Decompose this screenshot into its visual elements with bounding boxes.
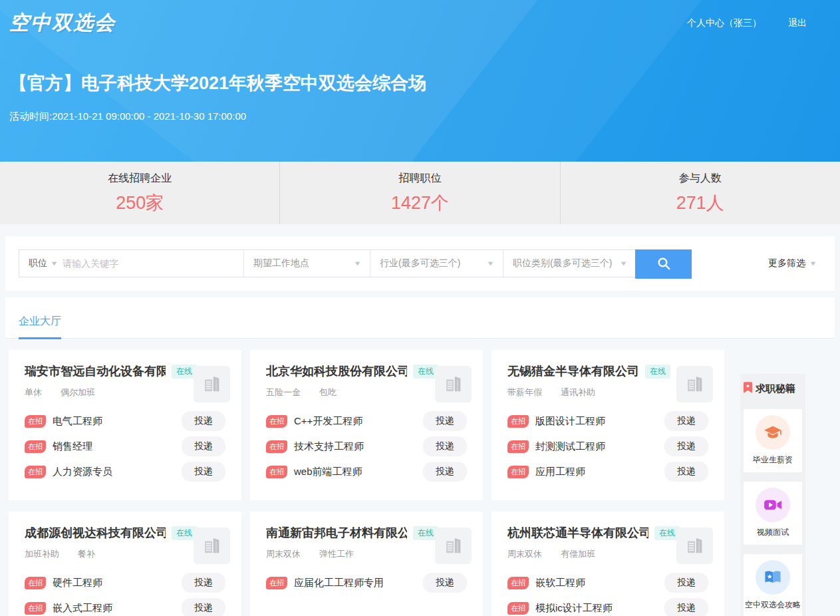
job-type-dropdown[interactable]: 职位类别(最多可选三个) ▼ bbox=[503, 250, 636, 277]
apply-button[interactable]: 投递 bbox=[423, 573, 467, 593]
job-title[interactable]: 版图设计工程师 bbox=[535, 415, 605, 428]
job-title[interactable]: 人力资源专员 bbox=[53, 466, 112, 478]
sidebar-item[interactable]: 毕业生薪资 bbox=[744, 409, 802, 472]
sidebar-item[interactable]: 视频面试 bbox=[744, 482, 802, 545]
apply-button[interactable]: 投递 bbox=[423, 436, 467, 456]
job-list: 在招硬件工程师投递在招嵌入式工程师投递 bbox=[25, 570, 225, 616]
job-row: 在招应用工程师投递 bbox=[507, 459, 708, 484]
event-time: 活动时间:2021-10-21 09:00:00 - 2021-10-30 17… bbox=[9, 110, 840, 123]
job-title[interactable]: 应届化工工程师专用 bbox=[294, 577, 384, 589]
chevron-down-icon: ▼ bbox=[619, 260, 627, 267]
main-content: 瑞安市智远自动化设备有限...在线单休偶尔加班在招电气工程师投递在招销售经理投递… bbox=[9, 350, 835, 616]
apply-button[interactable]: 投递 bbox=[664, 598, 708, 616]
hiring-badge: 在招 bbox=[25, 415, 46, 428]
hiring-badge: 在招 bbox=[25, 602, 46, 615]
apply-button[interactable]: 投递 bbox=[664, 573, 708, 593]
job-title[interactable]: 嵌入式工程师 bbox=[53, 602, 112, 615]
company-tag: 单休 bbox=[25, 386, 42, 398]
job-title[interactable]: 技术支持工程师 bbox=[294, 440, 364, 453]
apply-button[interactable]: 投递 bbox=[423, 462, 467, 482]
apply-button[interactable]: 投递 bbox=[182, 436, 225, 456]
company-logo bbox=[435, 366, 472, 402]
job-row: 在招电气工程师投递 bbox=[25, 408, 225, 434]
company-name[interactable]: 无锡猎金半导体有限公司 bbox=[507, 363, 639, 379]
job-title[interactable]: 封测测试工程师 bbox=[535, 440, 605, 453]
company-name[interactable]: 成都源创视达科技有限公司 bbox=[25, 525, 166, 541]
job-title[interactable]: web前端工程师 bbox=[294, 466, 362, 478]
keyword-input[interactable] bbox=[63, 258, 234, 269]
apply-button[interactable]: 投递 bbox=[423, 411, 467, 431]
job-title[interactable]: 电气工程师 bbox=[53, 415, 102, 428]
job-list: 在招嵌软工程师投递在招模拟ic设计工程师投递 bbox=[507, 570, 708, 616]
hiring-badge: 在招 bbox=[25, 440, 46, 453]
apply-button[interactable]: 投递 bbox=[182, 598, 225, 616]
sidebar-item-label: 视频面试 bbox=[744, 527, 802, 538]
job-title[interactable]: 嵌软工程师 bbox=[535, 577, 585, 589]
company-name[interactable]: 瑞安市智远自动化设备有限... bbox=[25, 363, 166, 379]
more-filters-button[interactable]: 更多筛选 ▼ bbox=[768, 257, 816, 269]
company-tag: 通讯补助 bbox=[561, 386, 595, 398]
stats-bar: 在线招聘企业 250家 招聘职位 1427个 参与人数 271人 bbox=[0, 162, 840, 224]
search-button[interactable] bbox=[635, 249, 692, 279]
job-title[interactable]: 销售经理 bbox=[53, 440, 92, 453]
company-tag: 有偿加班 bbox=[561, 548, 595, 560]
job-row: 在招应届化工工程师专用投递 bbox=[266, 570, 467, 595]
sidebar-item-label: 空中双选会攻略 bbox=[744, 599, 802, 611]
open-book-icon bbox=[756, 560, 790, 595]
more-filters-label: 更多筛选 bbox=[768, 257, 805, 269]
stat-value: 250家 bbox=[116, 191, 164, 215]
search-category-dropdown[interactable]: 职位 ▼ bbox=[29, 257, 57, 269]
job-title[interactable]: C++开发工程师 bbox=[294, 415, 362, 428]
top-nav: 个人中心（张三） 退出 bbox=[687, 17, 807, 29]
company-logo bbox=[435, 528, 472, 564]
company-card: 成都源创视达科技有限公司在线加班补助餐补在招硬件工程师投递在招嵌入式工程师投递 bbox=[9, 512, 241, 616]
site-logo[interactable]: 空中双选会 bbox=[9, 9, 116, 37]
search-category-label: 职位 bbox=[29, 257, 47, 269]
company-card: 南通新宙邦电子材料有限公司在线周末双休弹性工作在招应届化工工程师专用投递 bbox=[250, 512, 483, 616]
job-row: 在招硬件工程师投递 bbox=[25, 570, 225, 595]
stat-value: 271人 bbox=[676, 191, 724, 215]
nav-personal-center[interactable]: 个人中心（张三） bbox=[687, 17, 762, 29]
video-camera-icon bbox=[756, 488, 790, 522]
job-type-placeholder: 职位类别(最多可选三个) bbox=[513, 257, 612, 269]
building-icon bbox=[684, 372, 706, 397]
company-name[interactable]: 杭州联芯通半导体有限公司 bbox=[507, 525, 648, 541]
company-cards: 瑞安市智远自动化设备有限...在线单休偶尔加班在招电气工程师投递在招销售经理投递… bbox=[9, 350, 724, 616]
building-icon bbox=[442, 534, 465, 559]
building-icon bbox=[201, 534, 223, 559]
sidebar-item[interactable]: 空中双选会攻略 bbox=[744, 554, 802, 616]
chevron-down-icon: ▼ bbox=[353, 260, 361, 267]
tab-company-hall[interactable]: 企业大厅 bbox=[19, 315, 61, 339]
company-logo bbox=[676, 366, 713, 402]
hiring-badge: 在招 bbox=[507, 440, 529, 453]
hiring-badge: 在招 bbox=[507, 415, 529, 428]
nav-logout[interactable]: 退出 bbox=[788, 17, 807, 29]
apply-button[interactable]: 投递 bbox=[182, 411, 225, 431]
company-card: 瑞安市智远自动化设备有限...在线单休偶尔加班在招电气工程师投递在招销售经理投递… bbox=[9, 350, 241, 500]
job-title[interactable]: 硬件工程师 bbox=[53, 577, 102, 589]
job-row: 在招销售经理投递 bbox=[25, 434, 225, 459]
apply-button[interactable]: 投递 bbox=[182, 462, 225, 482]
apply-button[interactable]: 投递 bbox=[664, 436, 708, 456]
sidebar-title-row: 求职秘籍 bbox=[740, 382, 805, 395]
event-title: 【官方】电子科技大学2021年秋季空中双选会综合场 bbox=[9, 71, 840, 95]
search-panel: 职位 ▼ 期望工作地点 ▼ 行业(最多可选三个) ▼ 职位类别(最多可选三个) … bbox=[5, 236, 835, 291]
apply-button[interactable]: 投递 bbox=[664, 411, 708, 431]
company-name[interactable]: 北京华如科技股份有限公司 bbox=[266, 363, 407, 379]
stat-participants: 参与人数 271人 bbox=[560, 162, 840, 224]
location-dropdown[interactable]: 期望工作地点 ▼ bbox=[243, 250, 370, 277]
hiring-badge: 在招 bbox=[266, 415, 287, 428]
job-title[interactable]: 应用工程师 bbox=[535, 466, 585, 478]
apply-button[interactable]: 投递 bbox=[182, 573, 225, 593]
industry-dropdown[interactable]: 行业(最多可选三个) ▼ bbox=[370, 250, 503, 277]
stat-positions: 招聘职位 1427个 bbox=[279, 162, 559, 224]
job-row: 在招模拟ic设计工程师投递 bbox=[507, 595, 708, 616]
keyword-segment: 职位 ▼ bbox=[19, 250, 243, 277]
company-name[interactable]: 南通新宙邦电子材料有限公司 bbox=[266, 525, 407, 541]
company-tag: 弹性工作 bbox=[319, 548, 354, 560]
job-title[interactable]: 模拟ic设计工程师 bbox=[535, 602, 613, 615]
apply-button[interactable]: 投递 bbox=[664, 462, 708, 482]
job-list: 在招应届化工工程师专用投递 bbox=[266, 570, 467, 595]
chevron-down-icon: ▼ bbox=[50, 260, 58, 267]
tab-bar: 企业大厅 bbox=[5, 297, 835, 339]
